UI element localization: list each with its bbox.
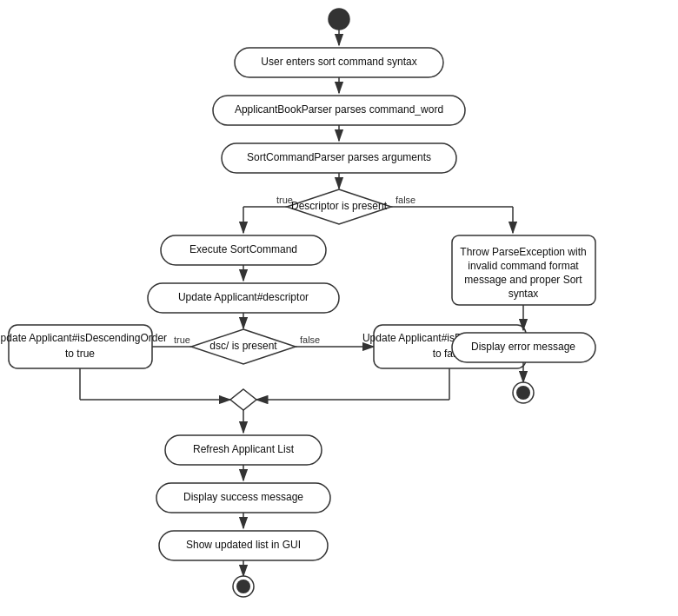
show-gui-label: Show updated list in GUI [186, 539, 301, 551]
display-error-label: Display error message [471, 341, 575, 353]
refresh-label: Refresh Applicant List [193, 443, 295, 455]
update-true-label1: Update Applicant#isDescendingOrder [0, 332, 167, 344]
merge-node [230, 389, 256, 410]
parser-command-label: ApplicantBookParser parses command_word [235, 103, 443, 116]
throw-exception-label3: message and proper Sort [464, 274, 582, 286]
update-true-label2: to true [65, 348, 95, 360]
throw-exception-label2: invalid command format [468, 260, 579, 272]
display-success-label: Display success message [183, 491, 303, 503]
throw-exception-label1: Throw ParseException with [460, 246, 586, 258]
user-enters-label: User enters sort command syntax [261, 56, 416, 68]
sort-parser-label: SortCommandParser parses arguments [247, 151, 431, 163]
false-label-descriptor: false [396, 195, 415, 205]
throw-exception-label4: syntax [508, 288, 539, 300]
start-node [329, 9, 349, 30]
execute-sort-label: Execute SortCommand [189, 243, 297, 255]
dsc-decision-label: dsc/ is present [209, 340, 277, 352]
false-label-dsc: false [300, 334, 320, 345]
end-success-inner [236, 580, 250, 593]
update-descriptor-label: Update Applicant#descriptor [178, 291, 309, 303]
descriptor-decision-label: Descriptor is present [291, 200, 388, 212]
true-label-descriptor: true [276, 195, 293, 205]
true-label-dsc: true [174, 334, 190, 345]
end-error-inner [516, 386, 530, 400]
